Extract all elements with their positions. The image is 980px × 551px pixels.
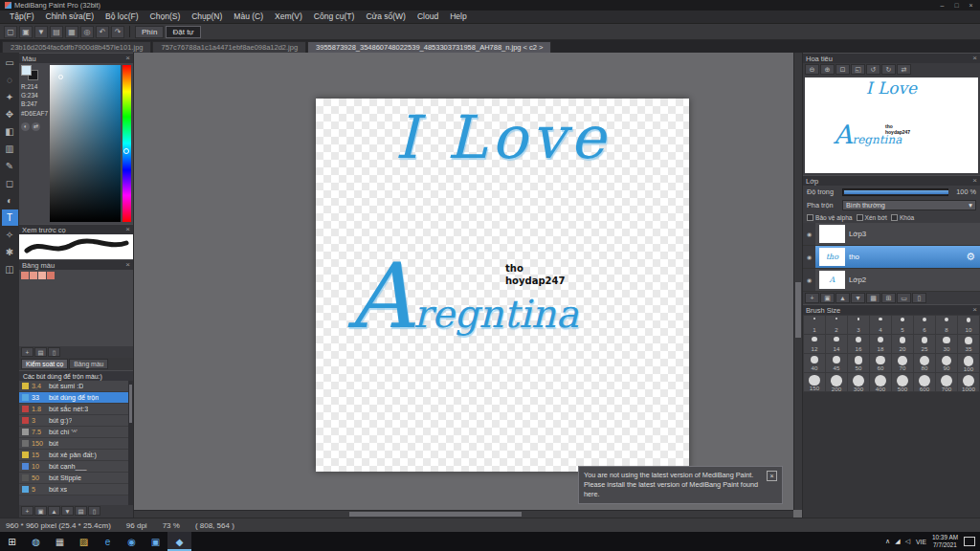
brush-size-cell[interactable]: 400 [870, 373, 891, 391]
hand-tool[interactable]: ✱ [2, 244, 18, 260]
cortana-icon[interactable]: ◍ [24, 532, 48, 551]
bút sắc nét:3[interactable]: 1.8 bút sắc nét:3 [19, 404, 133, 415]
zoom-in-icon[interactable]: ⊕ [820, 64, 835, 75]
brush-settings-icon[interactable]: ▤ [75, 506, 87, 516]
blur-tool[interactable]: ◐ [2, 192, 18, 209]
symmetry-icon[interactable]: ◎ [80, 26, 94, 38]
edit-color-icon[interactable]: ▤ [34, 347, 47, 357]
brush-size-cell[interactable]: 3 [848, 316, 869, 334]
fit-window-icon[interactable]: ◱ [851, 64, 865, 75]
select-tool[interactable]: ▭ [2, 55, 18, 71]
brush-size-cell[interactable]: 90 [936, 354, 957, 372]
network-icon[interactable]: ◢ [895, 538, 900, 545]
brush-size-cell[interactable]: 1000 [958, 373, 979, 391]
lasso-tool[interactable]: ◌ [2, 72, 18, 88]
brush-folder-icon[interactable]: ▣ [34, 506, 47, 516]
brush-size-cell[interactable]: 50 [848, 354, 869, 372]
close-icon[interactable]: × [125, 225, 130, 234]
bút sumi :D[interactable]: 3.4 bút sumi :D [19, 381, 133, 392]
brush-size-cell[interactable]: 10 [958, 316, 979, 334]
bút chì '^'[interactable]: 7.5 bút chì '^' [19, 427, 133, 438]
brush-size-cell[interactable]: 6 [914, 316, 935, 334]
close-icon[interactable]: × [767, 471, 777, 481]
tho[interactable]: ◉ tho tho ⚙ [803, 246, 980, 269]
zoom-out-icon[interactable]: ⊖ [805, 64, 819, 75]
brush-size-cell[interactable]: 35 [958, 335, 979, 353]
swap-colors-icon[interactable]: ⇄ [32, 122, 40, 131]
brush-size-cell[interactable]: 300 [848, 373, 869, 391]
medibang-app-icon[interactable]: ◆ [167, 532, 191, 551]
brush-up-icon[interactable]: ▲ [48, 506, 60, 516]
toolbar-button[interactable]: Đặt tự [166, 26, 200, 38]
layer-option-checkbox[interactable]: Xén bớt [857, 214, 887, 221]
undo-icon[interactable]: ↶ [96, 26, 109, 38]
menu-item[interactable]: Xem(V) [269, 11, 308, 23]
color-wheel-icon[interactable]: ◐ [21, 122, 30, 131]
bút[interactable]: 150 bút [19, 438, 133, 450]
action-center-icon[interactable] [964, 537, 975, 546]
brush-group-title[interactable]: Các bút dùng để trộn màu:) [19, 370, 133, 381]
menu-item[interactable]: Help [444, 11, 472, 23]
navigator-thumbnail[interactable]: I Love Aregntina tho hoydap247 [805, 77, 978, 173]
layer-option-checkbox[interactable]: Khóa [891, 214, 914, 221]
gradient-tool[interactable]: ▥ [2, 141, 18, 157]
left-panel-tab[interactable]: Bảng màu [69, 359, 108, 369]
eye-icon[interactable]: ◉ [803, 246, 815, 268]
layer-down-icon[interactable]: ▼ [851, 293, 865, 303]
brush-size-cell[interactable]: 500 [892, 373, 913, 391]
rotate-right-icon[interactable]: ↻ [881, 64, 896, 75]
brush-size-cell[interactable]: 20 [892, 335, 913, 353]
brush-size-cell[interactable]: 4 [870, 316, 891, 334]
save-icon[interactable]: ▼ [34, 26, 48, 38]
bút Stipple[interactable]: 50 bút Stipple [19, 473, 133, 484]
opacity-slider[interactable] [842, 188, 948, 196]
blend-mode-select[interactable]: Bình thường ▾ [842, 200, 976, 210]
close-icon[interactable]: × [972, 54, 977, 63]
bút g:)?[interactable]: 3 bút g:)? [19, 415, 133, 427]
palette-swatch[interactable] [47, 272, 55, 279]
brush-tool[interactable]: ✎ [2, 158, 18, 174]
eraser-tool[interactable]: ◻ [2, 175, 18, 191]
clear-layer-icon[interactable]: ▭ [897, 293, 911, 303]
new-file-icon[interactable]: ▢ [4, 26, 17, 38]
saturation-marker[interactable] [58, 75, 63, 79]
document-tab[interactable]: 3955873928_354860748022539_4853303731958… [307, 41, 551, 53]
brush-size-cell[interactable]: 25 [914, 335, 935, 353]
Lớp2[interactable]: ◉ A Lớp2 ⚙ [803, 269, 980, 292]
layer-option-checkbox[interactable]: Bảo vệ alpha [807, 214, 853, 221]
brush-size-cell[interactable]: 12 [804, 335, 825, 353]
bút dùng để trộn[interactable]: 33 bút dùng để trộn [19, 392, 133, 404]
brush-size-cell[interactable]: 150 [804, 373, 825, 391]
brush-size-cell[interactable]: 60 [870, 354, 891, 372]
hue-marker[interactable] [123, 148, 129, 154]
palette-swatch[interactable] [38, 272, 46, 279]
brush-list-scrollbar[interactable] [128, 381, 133, 505]
fill-tool[interactable]: ◧ [2, 123, 18, 140]
bút cạnh___[interactable]: 10 bút cạnh___ [19, 461, 133, 473]
horizontal-scrollbar[interactable] [134, 510, 793, 518]
brush-size-cell[interactable]: 100 [958, 354, 979, 372]
close-icon[interactable]: × [972, 305, 977, 315]
tray-expand-icon[interactable]: ∧ [885, 538, 890, 545]
minimize-icon[interactable]: – [935, 1, 949, 11]
saturation-square[interactable] [50, 65, 121, 222]
brush-size-cell[interactable]: 700 [936, 373, 957, 391]
file-explorer-icon[interactable]: ▨ [72, 532, 96, 551]
delete-layer-icon[interactable]: ▯ [912, 293, 926, 303]
add-brush-icon[interactable]: + [21, 506, 33, 516]
checkbox-icon[interactable] [891, 214, 898, 221]
edge-icon[interactable]: e [96, 532, 120, 551]
brush-size-cell[interactable]: 40 [804, 354, 825, 372]
menu-item[interactable]: Công cụ(T) [308, 11, 361, 23]
export-icon[interactable]: ▤ [50, 26, 63, 38]
close-icon[interactable]: × [964, 1, 978, 11]
volume-icon[interactable]: ◁ [905, 538, 910, 545]
brush-size-cell[interactable]: 5 [892, 316, 913, 334]
checkbox-icon[interactable] [857, 214, 863, 221]
close-icon[interactable]: × [125, 260, 130, 270]
eye-icon[interactable]: ◉ [803, 223, 815, 245]
add-layer-icon[interactable]: + [805, 293, 819, 303]
menu-item[interactable]: Màu (C) [228, 11, 269, 23]
delete-brush-icon[interactable]: ▯ [88, 506, 100, 516]
start-button[interactable]: ⊞ [0, 532, 24, 551]
